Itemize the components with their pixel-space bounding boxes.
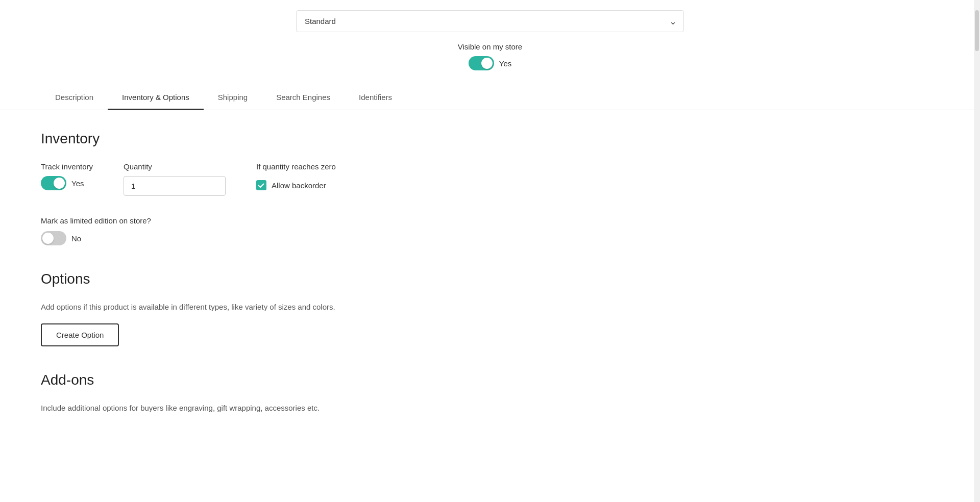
top-section: Standard Custom Premium ⌄ Visible on my … (0, 0, 980, 70)
quantity-input[interactable] (124, 176, 226, 196)
limited-edition-label: Mark as limited edition on store? (41, 216, 939, 225)
toggle-knob (481, 58, 493, 69)
track-inventory-toggle-row: Yes (41, 176, 93, 190)
toggle-slider (41, 231, 66, 245)
backorder-row: Allow backorder (256, 180, 336, 190)
tab-identifiers[interactable]: Identifiers (345, 86, 406, 110)
dropdown-row: Standard Custom Premium ⌄ (41, 10, 939, 32)
toggle-slider (41, 176, 66, 190)
type-select[interactable]: Standard Custom Premium (296, 10, 684, 32)
track-inventory-label: Track inventory (41, 162, 93, 171)
tab-description[interactable]: Description (41, 86, 108, 110)
options-description: Add options if this product is available… (41, 303, 939, 311)
limited-edition-section: Mark as limited edition on store? No (41, 216, 939, 245)
tab-search-engines[interactable]: Search Engines (262, 86, 345, 110)
create-option-button[interactable]: Create Option (41, 323, 119, 346)
visible-store-section: Visible on my store Yes (41, 42, 939, 70)
page-wrapper: Standard Custom Premium ⌄ Visible on my … (0, 0, 980, 502)
limited-edition-toggle[interactable] (41, 231, 66, 245)
tab-shipping[interactable]: Shipping (204, 86, 262, 110)
visible-store-toggle[interactable] (469, 56, 494, 70)
tabs-container: Description Inventory & Options Shipping… (0, 86, 980, 110)
track-inventory-group: Track inventory Yes (41, 162, 93, 190)
visible-store-label: Visible on my store (458, 42, 522, 51)
options-section: Options Add options if this product is a… (41, 271, 939, 346)
quantity-label: Quantity (124, 162, 226, 171)
tab-inventory-options[interactable]: Inventory & Options (108, 86, 204, 110)
quantity-group: Quantity (124, 162, 226, 196)
main-content: Inventory Track inventory Yes Qu (0, 110, 980, 458)
limited-edition-value: No (71, 234, 81, 243)
track-inventory-toggle[interactable] (41, 176, 66, 190)
scrollbar-thumb[interactable] (975, 10, 979, 51)
visible-store-toggle-row: Yes (469, 56, 511, 70)
addons-description: Include additional options for buyers li… (41, 404, 939, 412)
allow-backorder-checkbox[interactable] (256, 180, 266, 190)
options-heading: Options (41, 271, 939, 287)
addons-section: Add-ons Include additional options for b… (41, 372, 939, 412)
allow-backorder-label: Allow backorder (272, 181, 326, 190)
inventory-heading: Inventory (41, 131, 939, 147)
type-select-wrapper: Standard Custom Premium ⌄ (296, 10, 684, 32)
toggle-knob (54, 178, 65, 189)
track-inventory-value: Yes (71, 179, 84, 188)
toggle-knob (42, 233, 54, 244)
toggle-slider (469, 56, 494, 70)
inventory-fields: Track inventory Yes Quantity (41, 162, 939, 196)
if-zero-label: If quantity reaches zero (256, 162, 336, 171)
scrollbar-track[interactable] (974, 0, 980, 502)
if-zero-group: If quantity reaches zero Allow backorder (256, 162, 336, 190)
limited-edition-toggle-row: No (41, 231, 939, 245)
addons-heading: Add-ons (41, 372, 939, 388)
visible-store-value: Yes (499, 59, 511, 68)
